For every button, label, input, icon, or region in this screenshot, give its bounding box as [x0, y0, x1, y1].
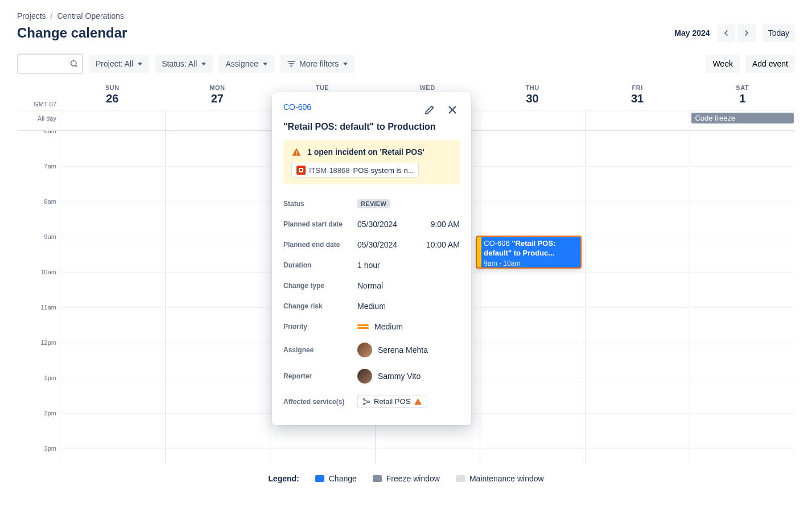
svg-point-7: [368, 401, 370, 402]
field-label-reporter: Reporter: [283, 372, 357, 380]
svg-rect-8: [418, 401, 418, 402]
day-column[interactable]: [165, 131, 270, 464]
allday-cell[interactable]: [585, 110, 690, 130]
legend: Legend: Change Freeze window Maintenance…: [17, 469, 795, 488]
field-label-assignee: Assignee: [283, 346, 357, 354]
field-label-priority: Priority: [283, 323, 357, 331]
hour-label: 10am: [40, 269, 56, 275]
close-button[interactable]: [445, 102, 460, 117]
day-column[interactable]: CO-606 "Retail POS: default" to Produc..…: [480, 131, 585, 464]
alert-heading: 1 open incident on 'Retail POS': [307, 147, 424, 156]
chevron-down-icon: [201, 63, 206, 65]
avatar: [357, 369, 372, 384]
service-chip[interactable]: Retail POS: [357, 395, 427, 408]
planned-start-date: 05/30/2024: [357, 220, 397, 229]
today-button[interactable]: Today: [762, 24, 795, 42]
filter-project[interactable]: Project: All: [89, 55, 149, 73]
close-icon: [446, 104, 459, 116]
planned-end-time: 10:00 AM: [426, 240, 460, 249]
hour-label: 3pm: [44, 445, 56, 452]
filter-assignee-label: Assignee: [225, 59, 258, 68]
filter-assignee[interactable]: Assignee: [219, 55, 274, 73]
day-column[interactable]: [60, 131, 165, 464]
day-date: 31: [585, 92, 690, 105]
duration-value: 1 hour: [357, 261, 380, 270]
svg-rect-2: [296, 154, 297, 155]
legend-swatch-freeze: [373, 475, 382, 482]
pencil-icon: [423, 104, 436, 116]
breadcrumb-separator: /: [51, 11, 53, 20]
legend-swatch-change: [315, 475, 324, 482]
day-label: FRI: [585, 84, 690, 91]
hour-label: 9am: [44, 233, 56, 240]
field-label-planned-end: Planned end date: [283, 241, 357, 249]
chevron-down-icon: [138, 63, 142, 65]
filter-more-label: More filters: [299, 59, 339, 68]
week-view-button[interactable]: Week: [706, 55, 740, 73]
day-column[interactable]: [690, 131, 795, 464]
breadcrumb-root[interactable]: Projects: [17, 11, 46, 20]
allday-cell[interactable]: [165, 110, 270, 130]
current-period: May 2024: [674, 28, 710, 38]
chevron-down-icon: [343, 63, 348, 65]
event-key: CO-606: [484, 239, 510, 248]
day-date: 1: [690, 92, 795, 105]
search-icon: [69, 59, 79, 68]
issue-key-link[interactable]: CO-606: [283, 102, 311, 112]
day-date: 27: [165, 92, 270, 105]
reporter-value: Sammy Vito: [378, 372, 421, 381]
day-label: SUN: [60, 84, 165, 91]
field-label-change-risk: Change risk: [283, 302, 357, 310]
legend-swatch-maint: [456, 475, 465, 482]
change-type-value: Normal: [357, 281, 383, 290]
filter-status-label: Status: All: [162, 59, 197, 68]
add-event-button[interactable]: Add event: [745, 55, 795, 73]
legend-freeze: Freeze window: [386, 474, 440, 483]
chevron-right-icon: [742, 28, 751, 38]
day-label: MON: [165, 84, 270, 91]
day-date: 30: [480, 92, 585, 105]
incident-icon: [296, 166, 306, 175]
incident-link[interactable]: ITSM-18868 POS system is n...: [291, 163, 419, 178]
allday-cell[interactable]: [480, 110, 585, 130]
day-label: THU: [480, 84, 585, 91]
legend-change: Change: [329, 474, 357, 483]
filter-icon: [287, 59, 296, 68]
day-column[interactable]: [585, 131, 690, 464]
breadcrumb-project[interactable]: Central Operations: [57, 11, 124, 20]
filter-project-label: Project: All: [96, 59, 133, 68]
prev-period-button[interactable]: [717, 24, 735, 42]
issue-title: "Retail POS: default" to Production: [283, 122, 460, 132]
day-label: SAT: [690, 84, 795, 91]
allday-cell[interactable]: Code freeze: [690, 110, 795, 130]
hour-line: [60, 448, 795, 449]
service-graph-icon: [362, 398, 370, 406]
incident-key: ITSM-18868: [309, 166, 350, 175]
filter-more[interactable]: More filters: [280, 55, 355, 73]
hour-label: 6am: [44, 131, 56, 134]
allday-cell[interactable]: [60, 110, 165, 130]
next-period-button[interactable]: [737, 24, 756, 42]
calendar-event[interactable]: CO-606 "Retail POS: default" to Produc..…: [476, 236, 582, 269]
svg-rect-9: [418, 403, 418, 404]
event-accent: [477, 237, 481, 267]
warning-icon: [291, 147, 302, 157]
priority-value: Medium: [374, 322, 403, 331]
incident-alert: 1 open incident on 'Retail POS' ITSM-188…: [283, 140, 460, 184]
all-day-label: All day: [17, 110, 60, 130]
service-name: Retail POS: [374, 397, 410, 406]
hour-label: 12pm: [40, 339, 56, 346]
timezone-label: GMT-07: [17, 101, 60, 110]
change-risk-value: Medium: [357, 302, 386, 311]
planned-start-time: 9:00 AM: [431, 220, 460, 229]
hour-label: 1pm: [44, 374, 56, 381]
hour-label: 8am: [44, 198, 56, 205]
status-lozenge[interactable]: REVIEW: [357, 199, 390, 208]
field-label-change-type: Change type: [283, 282, 357, 290]
freeze-event[interactable]: Code freeze: [691, 113, 794, 123]
legend-label: Legend:: [268, 474, 299, 483]
svg-rect-1: [296, 151, 297, 154]
edit-button[interactable]: [422, 102, 437, 117]
filter-status[interactable]: Status: All: [155, 55, 213, 73]
chevron-down-icon: [263, 63, 267, 65]
